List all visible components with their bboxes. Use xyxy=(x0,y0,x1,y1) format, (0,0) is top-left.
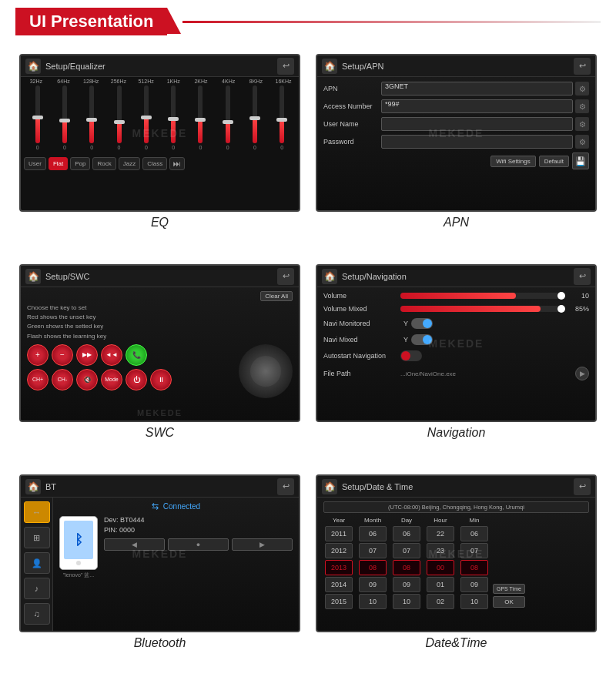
dt-ok-btn[interactable]: OK xyxy=(493,596,525,608)
dt-hour-01[interactable]: 01 xyxy=(427,577,454,592)
dt-month-09[interactable]: 09 xyxy=(359,577,387,592)
apn-gear-password[interactable]: ⚙ xyxy=(575,135,589,149)
swc-btn-pause[interactable]: ⏸ xyxy=(150,369,172,390)
dt-day-08[interactable]: 08 xyxy=(393,560,420,575)
swc-btn-prev[interactable]: ◄◄ xyxy=(101,344,122,366)
nav-filepath-btn[interactable]: ▶ xyxy=(575,367,589,380)
swc-topbar-bar: 🏠 Setup/SWC ↩ xyxy=(21,266,299,287)
swc-back-btn[interactable]: ↩ xyxy=(277,268,294,285)
swc-clear-all-btn[interactable]: Clear All xyxy=(260,291,293,301)
nav-mixed-toggle[interactable] xyxy=(411,334,433,345)
dt-year-2014[interactable]: 2014 xyxy=(325,577,353,592)
swc-btn-power[interactable]: ⏻ xyxy=(126,369,147,390)
apn-back-btn[interactable]: ↩ xyxy=(574,58,591,75)
nav-volume-thumb[interactable] xyxy=(557,292,565,300)
dt-back-btn[interactable]: ↩ xyxy=(574,478,591,495)
dt-hour-23[interactable]: 23 xyxy=(427,543,454,558)
nav-volume-slider[interactable] xyxy=(400,293,565,299)
dt-hour-22[interactable]: 22 xyxy=(427,526,454,541)
eq-btn-user[interactable]: User xyxy=(24,157,46,170)
apn-save-btn[interactable]: 💾 xyxy=(572,152,589,169)
eq-slider-3[interactable]: 0 xyxy=(109,85,130,155)
bt-sidebar-btn-4[interactable]: ♫ xyxy=(24,603,50,625)
bt-sidebar-btn-3[interactable]: ♪ xyxy=(24,578,50,599)
dt-year-2013[interactable]: 2013 xyxy=(325,560,353,575)
eq-back-btn[interactable]: ↩ xyxy=(277,58,294,75)
swc-btn-vol-down[interactable]: − xyxy=(52,344,73,366)
apn-wifi-settings-btn[interactable]: Wifi Settings xyxy=(490,156,535,167)
eq-btn-flat[interactable]: Flat xyxy=(49,157,68,170)
dt-hour-00[interactable]: 00 xyxy=(427,560,454,575)
dt-home-icon[interactable]: 🏠 xyxy=(322,479,337,494)
apn-gear-username[interactable]: ⚙ xyxy=(575,117,589,131)
dt-day-07[interactable]: 07 xyxy=(393,543,420,558)
bt-sidebar-btn-2[interactable]: 👤 xyxy=(24,552,50,574)
bt-back-btn[interactable]: ↩ xyxy=(277,478,294,495)
swc-btn-ch-minus[interactable]: CH- xyxy=(52,369,73,390)
bt-sidebar-btn-0[interactable]: ↔ xyxy=(24,501,50,523)
dt-month-10[interactable]: 10 xyxy=(359,594,387,609)
nav-mixed-row: Navi Mixed Y xyxy=(323,334,589,345)
eq-skip-icon[interactable]: ⏭ xyxy=(169,157,185,170)
bt-action-btn-2[interactable]: ● xyxy=(168,538,229,551)
swc-home-icon[interactable]: 🏠 xyxy=(25,269,41,284)
eq-slider-1[interactable]: 0 xyxy=(54,85,75,155)
apn-input-apn[interactable]: 3GNET xyxy=(381,82,573,96)
eq-slider-2[interactable]: 0 xyxy=(81,85,102,155)
nav-vol-mixed-thumb[interactable] xyxy=(557,305,565,313)
eq-slider-8[interactable]: 0 xyxy=(244,85,266,155)
eq-slider-7[interactable]: 0 xyxy=(217,85,239,155)
dt-month-06a[interactable]: 06 xyxy=(359,526,387,541)
nav-back-btn[interactable]: ↩ xyxy=(574,268,591,285)
dt-month-08[interactable]: 08 xyxy=(359,560,387,575)
apn-input-access[interactable]: *99# xyxy=(381,99,573,113)
eq-slider-6[interactable]: 0 xyxy=(189,85,211,155)
dt-min-08[interactable]: 08 xyxy=(460,560,488,575)
dt-min-07[interactable]: 07 xyxy=(460,543,488,558)
dt-day-09[interactable]: 09 xyxy=(393,577,420,592)
eq-btn-rock[interactable]: Rock xyxy=(92,157,116,170)
apn-default-btn[interactable]: Default xyxy=(539,156,569,167)
dt-min-10[interactable]: 10 xyxy=(460,594,488,609)
nav-monitored-toggle[interactable] xyxy=(411,318,433,329)
nav-screen: 🏠 Setup/Navigation ↩ Volume 10 xyxy=(316,264,597,422)
dt-header-month: Month xyxy=(364,517,381,524)
dt-month-07[interactable]: 07 xyxy=(359,543,387,558)
dt-day-10[interactable]: 10 xyxy=(393,594,420,609)
swc-btn-next[interactable]: ▶▶ xyxy=(76,344,98,366)
swc-buttons-area: + − ▶▶ ◄◄ 📞 CH+ CH- 🔇 Mode ⏻ ⏸ xyxy=(27,344,233,398)
eq-btn-pop[interactable]: Pop xyxy=(70,157,90,170)
swc-btn-vol-up[interactable]: + xyxy=(27,344,49,366)
apn-gear-access[interactable]: ⚙ xyxy=(575,99,589,113)
bt-home-icon[interactable]: 🏠 xyxy=(25,479,41,494)
eq-slider-9[interactable]: 0 xyxy=(271,85,293,155)
apn-input-password[interactable] xyxy=(381,135,573,149)
dt-year-2015[interactable]: 2015 xyxy=(325,594,353,609)
eq-slider-4[interactable]: 0 xyxy=(136,85,157,155)
swc-btn-ch-plus[interactable]: CH+ xyxy=(27,369,49,390)
apn-input-username[interactable] xyxy=(381,117,573,131)
eq-btn-jazz[interactable]: Jazz xyxy=(119,157,140,170)
bt-action-btn-1[interactable]: ◀ xyxy=(104,538,165,551)
eq-home-icon[interactable]: 🏠 xyxy=(25,59,41,74)
bt-sidebar-btn-1[interactable]: ⊞ xyxy=(24,527,50,548)
dt-year-2011[interactable]: 2011 xyxy=(325,526,353,541)
apn-home-icon[interactable]: 🏠 xyxy=(322,59,337,74)
nav-autostart-toggle[interactable] xyxy=(400,350,422,361)
apn-gear-apn[interactable]: ⚙ xyxy=(575,82,589,96)
bt-action-btn-3[interactable]: ▶ xyxy=(232,538,293,551)
swc-btn-mode[interactable]: Mode xyxy=(101,369,122,390)
nav-home-icon[interactable]: 🏠 xyxy=(322,269,337,284)
dt-min-06[interactable]: 06 xyxy=(460,526,488,541)
dt-hour-02[interactable]: 02 xyxy=(427,594,454,609)
swc-btn-mute[interactable]: 🔇 xyxy=(76,369,98,390)
dt-gps-btn[interactable]: GPS Time xyxy=(493,584,525,594)
dt-year-2012[interactable]: 2012 xyxy=(325,543,353,558)
dt-min-09[interactable]: 09 xyxy=(460,577,488,592)
eq-slider-5[interactable]: 0 xyxy=(162,85,184,155)
nav-vol-mixed-slider[interactable] xyxy=(400,306,565,312)
swc-btn-phone[interactable]: 📞 xyxy=(126,344,147,366)
eq-btn-class[interactable]: Class xyxy=(142,157,167,170)
eq-slider-0[interactable]: 0 xyxy=(27,85,49,155)
dt-day-06[interactable]: 06 xyxy=(393,526,420,541)
